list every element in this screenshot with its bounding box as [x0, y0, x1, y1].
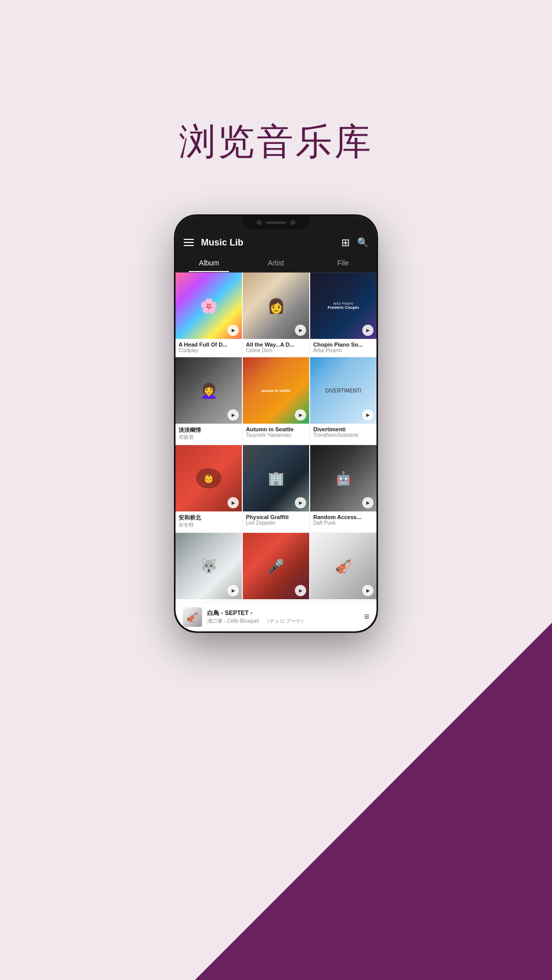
phone-screen: Music Lib ⊞ 🔍 Album Artist File: [175, 216, 377, 631]
album-info-6: Divertimenti TrondheimSolistene: [310, 424, 377, 441]
bg-purple-triangle: [195, 623, 552, 980]
sensor-notch: [290, 220, 295, 225]
album-name-7: 安和桥北: [179, 514, 239, 522]
queue-icon[interactable]: ≡: [364, 611, 369, 622]
album-artist-7: 宋冬野: [179, 522, 239, 529]
album-info-9: Random Access... Daft Punk: [310, 511, 377, 529]
album-artist-3: Artur Pizarro: [313, 348, 373, 353]
album-info-8: Physical Graffiti Led Zeppelin: [243, 511, 309, 529]
tab-file[interactable]: File: [310, 254, 377, 272]
play-button-5[interactable]: ▶: [295, 409, 306, 421]
now-playing-info: 白鳥 - SEPTET - 溝口肇 - Cello Bouquet （チェロ ブ…: [207, 609, 359, 625]
album-artist-9: Daft Punk: [313, 520, 373, 526]
tab-album[interactable]: Album: [175, 254, 242, 272]
phone-frame: Music Lib ⊞ 🔍 Album Artist File: [174, 214, 378, 633]
album-cover-5: autumn in seattle ▶: [243, 357, 309, 424]
album-item-2[interactable]: 👩 ▶ All the Way...A D... Celine Dion: [243, 273, 309, 356]
now-playing-thumbnail: 🎻: [183, 607, 202, 627]
album-artist-2: Celine Dion: [246, 348, 306, 353]
album-info-7: 安和桥北 宋冬野: [175, 511, 242, 532]
album-artist-6: TrondheimSolistene: [313, 432, 373, 438]
now-playing-bar[interactable]: 🎻 白鳥 - SEPTET - 溝口肇 - Cello Bouquet （チェロ…: [175, 602, 377, 631]
play-button-3[interactable]: ▶: [362, 325, 373, 336]
play-button-11[interactable]: ▶: [295, 585, 306, 596]
speaker-notch: [266, 222, 286, 224]
album-cover-2: 👩 ▶: [243, 273, 309, 339]
album-grid: 🌸 ▶ A Head Full Of D... Coldplay 👩: [175, 273, 377, 602]
album-cover-10: 🐺 ▶: [175, 533, 242, 599]
album-name-9: Random Access...: [313, 514, 373, 520]
album-item-5[interactable]: autumn in seattle ▶ Autumn in Seattle Ts…: [243, 357, 309, 444]
play-button-4[interactable]: ▶: [228, 409, 239, 421]
album-name-4: 淡淡幽情: [179, 426, 239, 434]
album-info-3: Chopin Piano So... Artur Pizarro: [310, 339, 377, 356]
album-name-2: All the Way...A D...: [246, 341, 306, 348]
album-item-4[interactable]: 👩‍🦱 ▶ 淡淡幽情 邓丽君: [175, 357, 242, 444]
play-button-9[interactable]: ▶: [362, 497, 373, 508]
page-title: 浏览音乐库: [0, 117, 552, 166]
album-info-4: 淡淡幽情 邓丽君: [175, 424, 242, 444]
album-artist-4: 邓丽君: [179, 434, 239, 441]
album-name-3: Chopin Piano So...: [313, 341, 373, 348]
album-name-1: A Head Full Of D...: [179, 341, 239, 348]
album-artist-5: Tsuyoshi Yamamoto: [246, 432, 306, 438]
play-button-2[interactable]: ▶: [295, 325, 306, 336]
play-button-7[interactable]: ▶: [228, 497, 239, 508]
album-name-6: Divertimenti: [313, 426, 373, 432]
camera-notch: [257, 220, 262, 225]
album-name-8: Physical Graffiti: [246, 514, 306, 520]
play-button-12[interactable]: ▶: [362, 585, 373, 596]
album-item-10[interactable]: 🐺 ▶ Matthen Lien Matthen Lien: [175, 533, 242, 602]
app-header: Music Lib ⊞ 🔍: [175, 231, 377, 254]
phone-notch: [243, 216, 309, 229]
album-cover-4: 👩‍🦱 ▶: [175, 357, 242, 424]
play-button-8[interactable]: ▶: [295, 497, 306, 508]
album-item-9[interactable]: 🤖 ▶ Random Access... Daft Punk: [310, 445, 377, 532]
album-artist-8: Led Zeppelin: [246, 520, 306, 526]
album-item-6[interactable]: DIVERTIMENTI ▶ Divertimenti TrondheimSol…: [310, 357, 377, 444]
album-cover-12: 🎻 ▶: [310, 533, 377, 599]
album-cover-11: 🎤 ▶: [243, 533, 309, 599]
album-item-1[interactable]: 🌸 ▶ A Head Full Of D... Coldplay: [175, 273, 242, 356]
album-cover-8: 🏢 ▶: [243, 445, 309, 511]
album-cover-7: 👶 ▶: [175, 445, 242, 511]
album-info-1: A Head Full Of D... Coldplay: [175, 339, 242, 356]
album-item-11[interactable]: 🎤 ▶ Dido Dido: [243, 533, 309, 602]
now-playing-title: 白鳥 - SEPTET -: [207, 609, 359, 618]
header-left: Music Lib: [184, 237, 243, 248]
album-item-8[interactable]: 🏢 ▶ Physical Graffiti Led Zeppelin: [243, 445, 309, 532]
album-info-2: All the Way...A D... Celine Dion: [243, 339, 309, 356]
album-cover-1: 🌸 ▶: [175, 273, 242, 339]
album-cover-3: Artur Pizarro Frédéric Chopin ▶: [310, 273, 377, 339]
play-button-6[interactable]: ▶: [362, 409, 373, 421]
album-name-5: Autumn in Seattle: [246, 426, 306, 432]
tab-artist[interactable]: Artist: [242, 254, 309, 272]
play-button-10[interactable]: ▶: [228, 585, 239, 596]
search-icon[interactable]: 🔍: [357, 237, 368, 248]
album-info-5: Autumn in Seattle Tsuyoshi Yamamoto: [243, 424, 309, 441]
header-right: ⊞ 🔍: [341, 236, 368, 249]
app-title: Music Lib: [201, 237, 243, 248]
album-item-7[interactable]: 👶 ▶ 安和桥北 宋冬野: [175, 445, 242, 532]
album-item-3[interactable]: Artur Pizarro Frédéric Chopin ▶ Chopin P…: [310, 273, 377, 356]
now-playing-subtitle: 溝口肇 - Cello Bouquet （チェロ ブーケ）: [207, 618, 359, 625]
album-item-12[interactable]: 🎻 ▶ Cello Bouquet Cello Bouquet: [310, 533, 377, 602]
album-cover-6: DIVERTIMENTI ▶: [310, 357, 377, 424]
album-artist-1: Coldplay: [179, 348, 239, 353]
phone-inner: Music Lib ⊞ 🔍 Album Artist File: [175, 216, 377, 631]
grid-view-icon[interactable]: ⊞: [341, 236, 350, 249]
menu-icon[interactable]: [184, 239, 194, 246]
play-button-1[interactable]: ▶: [228, 325, 239, 336]
album-cover-9: 🤖 ▶: [310, 445, 377, 511]
tab-bar: Album Artist File: [175, 254, 377, 273]
